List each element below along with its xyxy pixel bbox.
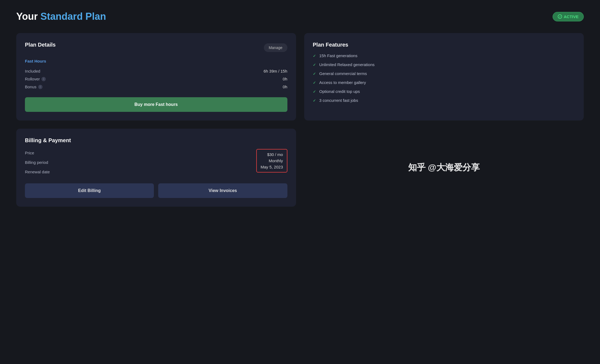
features-list: ✓15h Fast generations✓Unlimited Relaxed … (313, 53, 575, 103)
billing-title: Billing & Payment (25, 137, 287, 144)
page-title: Your Standard Plan (16, 11, 106, 22)
watermark-area: 知乎 @大海爱分享 (304, 129, 584, 207)
rollover-row: Rollover i 0h (25, 75, 287, 83)
feature-text: Access to member gallery (319, 80, 366, 85)
price-label: Price (25, 149, 50, 157)
check-circle-icon: ✓ (558, 14, 562, 19)
billing-labels: Price Billing period Renewal date (25, 149, 50, 176)
bonus-info-icon[interactable]: i (38, 85, 43, 89)
bottom-layout: Billing & Payment Price Billing period R… (16, 129, 584, 207)
list-item: ✓Optional credit top ups (313, 89, 575, 94)
renewal-value: May 5, 2023 (261, 165, 283, 169)
period-label: Billing period (25, 158, 50, 166)
feature-text: 15h Fast generations (319, 53, 358, 58)
feature-text: 3 concurrent fast jobs (319, 98, 358, 103)
watermark-text: 知乎 @大海爱分享 (408, 162, 480, 174)
included-value: 6h 39m / 15h (264, 69, 287, 73)
list-item: ✓Access to member gallery (313, 80, 575, 85)
included-row: Included 6h 39m / 15h (25, 67, 287, 75)
check-icon: ✓ (313, 54, 316, 58)
bonus-row: Bonus i 0h (25, 83, 287, 91)
price-value: $30 / mo (267, 152, 283, 157)
fast-hours-subtitle: Fast Hours (25, 59, 287, 63)
feature-text: Optional credit top ups (319, 89, 360, 94)
active-badge: ✓ ACTIVE (553, 12, 584, 21)
list-item: ✓Unlimited Relaxed generations (313, 62, 575, 67)
bonus-label: Bonus i (25, 84, 43, 89)
plan-features-card: Plan Features ✓15h Fast generations✓Unli… (304, 33, 584, 121)
included-label: Included (25, 69, 40, 73)
bonus-value: 0h (283, 84, 287, 89)
rollover-value: 0h (283, 77, 287, 81)
billing-actions: Edit Billing View Invoices (25, 183, 287, 198)
plan-details-card: Plan Details Manage Fast Hours Included … (16, 33, 296, 121)
period-value: Monthly (269, 158, 283, 163)
renewal-label: Renewal date (25, 168, 50, 176)
main-layout: Plan Details Manage Fast Hours Included … (16, 33, 584, 121)
rollover-info-icon[interactable]: i (41, 77, 46, 81)
check-icon: ✓ (313, 80, 316, 85)
feature-text: General commercial terms (319, 71, 367, 76)
check-icon: ✓ (313, 98, 316, 103)
billing-values-box: $30 / mo Monthly May 5, 2023 (256, 149, 287, 173)
plan-details-title: Plan Details (25, 42, 56, 48)
edit-billing-button[interactable]: Edit Billing (25, 183, 154, 198)
feature-text: Unlimited Relaxed generations (319, 62, 375, 67)
view-invoices-button[interactable]: View Invoices (158, 183, 287, 198)
buy-fast-hours-button[interactable]: Buy more Fast hours (25, 97, 287, 112)
check-icon: ✓ (313, 63, 316, 67)
page-header: Your Standard Plan ✓ ACTIVE (16, 11, 584, 22)
plan-details-header: Plan Details Manage (25, 42, 287, 53)
list-item: ✓15h Fast generations (313, 53, 575, 58)
manage-button[interactable]: Manage (264, 43, 287, 52)
list-item: ✓General commercial terms (313, 71, 575, 76)
plan-features-title: Plan Features (313, 42, 575, 48)
billing-card: Billing & Payment Price Billing period R… (16, 129, 296, 207)
check-icon: ✓ (313, 89, 316, 94)
check-icon: ✓ (313, 72, 316, 76)
list-item: ✓3 concurrent fast jobs (313, 98, 575, 103)
rollover-label: Rollover i (25, 77, 46, 81)
